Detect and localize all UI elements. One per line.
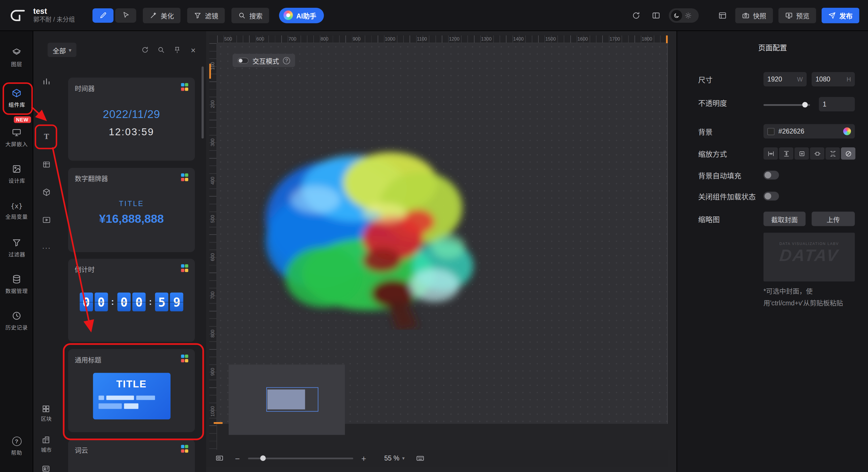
zoom-level-dropdown[interactable]: 55 % ▾ xyxy=(384,454,405,462)
app-logo-icon xyxy=(9,6,27,24)
component-card-countdown[interactable]: 倒计时 0 0 : 0 0 : 5 9 xyxy=(68,259,195,342)
scale-stretch-button[interactable] xyxy=(810,147,824,159)
zoom-out-button[interactable]: − xyxy=(234,453,241,463)
capture-cover-button[interactable]: 截取封面 xyxy=(764,211,806,226)
ruler-horizontal: 500 600 700 800 900 1000 1100 1200 1300 … xyxy=(217,35,668,43)
scale-fit-width-button[interactable] xyxy=(764,147,778,159)
interact-mode-toggle[interactable] xyxy=(238,57,249,63)
category-blocks[interactable]: 区块 xyxy=(33,404,59,423)
scale-original-button[interactable] xyxy=(826,147,840,159)
category-charts[interactable] xyxy=(38,72,56,90)
layers-icon xyxy=(11,48,22,58)
theme-toggle[interactable] xyxy=(669,8,699,23)
component-card-wordcloud[interactable]: 词云 KEYVALUEVALUEKEY xyxy=(68,440,195,472)
refresh-button[interactable] xyxy=(629,8,643,23)
zoom-slider-thumb[interactable] xyxy=(260,455,266,461)
zoom-in-button[interactable]: + xyxy=(360,453,368,463)
opacity-slider[interactable] xyxy=(764,104,810,106)
sync-icon xyxy=(141,46,149,54)
opacity-slider-thumb[interactable] xyxy=(802,102,808,107)
category-filter-dropdown[interactable]: 全部 ▾ xyxy=(48,42,76,57)
columns-icon xyxy=(652,11,661,20)
library-header-icons: × xyxy=(140,45,198,55)
height-input[interactable]: 1080 H xyxy=(812,72,855,86)
ruler-corner xyxy=(209,35,217,43)
scale-none-button[interactable] xyxy=(841,147,855,159)
sidebar-item-help[interactable]: ? 帮助 xyxy=(0,433,33,460)
ruler-marker-right xyxy=(666,35,668,43)
category-mine[interactable]: 我的 xyxy=(33,464,59,472)
thumbnail-preview[interactable]: DATA VISUALIZATION LABV DATAV xyxy=(764,233,855,282)
category-3d[interactable] xyxy=(38,183,56,201)
fit-width-icon xyxy=(767,150,774,157)
sidebar-item-history[interactable]: 历史记录 xyxy=(0,307,33,334)
sidebar-item-layers[interactable]: 图层 xyxy=(0,44,33,71)
width-input[interactable]: 1920 W xyxy=(764,72,807,86)
sidebar-item-filters[interactable]: 过滤器 xyxy=(0,234,33,261)
watermark-logo: DATAV xyxy=(764,245,855,265)
preview-button[interactable]: 预览 xyxy=(778,7,816,23)
layout-columns-button[interactable] xyxy=(649,8,663,23)
scale-mode-label: 缩放方式 xyxy=(698,148,727,159)
component-card-number-flipper[interactable]: 数字翻牌器 TITLE ¥16,888,888 xyxy=(68,168,195,252)
category-media[interactable] xyxy=(38,211,56,229)
sidebar-item-global-variables[interactable]: {x} 全局变量 xyxy=(0,198,33,224)
category-text[interactable]: T xyxy=(38,128,56,146)
sidebar-item-component-library[interactable]: 组件库 xyxy=(0,85,33,111)
edit-mode-button[interactable] xyxy=(93,8,114,23)
filter-effects-button[interactable]: 滤镜 xyxy=(187,7,225,23)
sidebar-item-design-library[interactable]: 设计库 xyxy=(0,160,33,187)
widget-panel-button[interactable] xyxy=(715,8,730,23)
question-icon[interactable]: ? xyxy=(283,57,290,64)
topbar: test 郭不耐 / 未分组 美化 滤镜 xyxy=(0,0,868,31)
canvas-bottom-bar: − + 55 % ▾ xyxy=(206,450,668,467)
category-city[interactable]: 城市 xyxy=(33,436,59,454)
help-icon: ? xyxy=(12,437,21,446)
color-wheel-icon[interactable] xyxy=(843,127,851,135)
thumbnail-note: *可选中封面，使用'ctrl/cmd+v'从剪贴板粘贴 xyxy=(764,286,859,309)
text-T-icon: T xyxy=(44,132,49,141)
shortcut-keys-button[interactable] xyxy=(415,454,425,463)
ai-assistant-button[interactable]: AI助手 xyxy=(279,7,324,23)
scale-fit-both-button[interactable] xyxy=(794,147,809,159)
category-more[interactable]: ··· xyxy=(38,239,56,257)
component-card-general-title[interactable]: 通用标题 TITLE xyxy=(68,349,195,432)
pin-icon xyxy=(174,46,181,54)
color-swatch xyxy=(767,128,775,135)
zoom-slider[interactable] xyxy=(248,457,353,459)
disable-loading-toggle[interactable] xyxy=(764,192,779,201)
canvas-area[interactable]: 500 600 700 800 900 1000 1100 1200 1300 … xyxy=(206,31,677,472)
refresh-icon xyxy=(631,11,641,20)
sidebar-item-data-management[interactable]: 数据管理 xyxy=(0,271,33,297)
publish-button[interactable]: 发布 xyxy=(822,7,859,23)
beautify-button[interactable]: 美化 xyxy=(143,7,181,23)
search-button[interactable]: 搜索 xyxy=(231,7,269,23)
bg-autofill-toggle[interactable] xyxy=(764,171,779,180)
component-card-timer[interactable]: 时间器 2022/11/29 12:03:59 xyxy=(68,78,195,161)
brain-visual-component[interactable] xyxy=(252,136,485,330)
select-mode-button[interactable] xyxy=(115,8,136,23)
pin-panel-button[interactable] xyxy=(172,45,182,55)
ruler-marker-bottom xyxy=(214,422,223,424)
close-panel-button[interactable]: × xyxy=(188,45,198,55)
fit-height-icon xyxy=(782,150,790,157)
background-color-input[interactable]: #262626 xyxy=(764,124,855,139)
scale-fit-height-button[interactable] xyxy=(779,147,793,159)
component-store-icon xyxy=(181,174,188,181)
card-panel-icon xyxy=(718,11,727,20)
library-scrollbar[interactable] xyxy=(202,66,204,139)
snapshot-button[interactable]: 快照 xyxy=(735,7,773,23)
search-icon xyxy=(157,46,165,54)
interact-mode-chip[interactable]: 交互模式 ? xyxy=(233,54,296,67)
flipper-amount-preview: ¥16,888,888 xyxy=(75,212,188,225)
sidebar-item-screen-embed[interactable]: 大屏嵌入 xyxy=(0,124,33,150)
category-tables[interactable] xyxy=(38,156,56,174)
new-badge: NEW xyxy=(14,116,31,123)
screen-fit-button[interactable] xyxy=(214,453,225,464)
library-search-button[interactable] xyxy=(156,45,166,55)
component-store-icon xyxy=(181,264,188,272)
opacity-input[interactable]: 1 xyxy=(819,97,855,111)
sync-button[interactable] xyxy=(140,45,150,55)
funnel-icon xyxy=(194,11,202,19)
upload-button[interactable]: 上传 xyxy=(812,211,855,226)
